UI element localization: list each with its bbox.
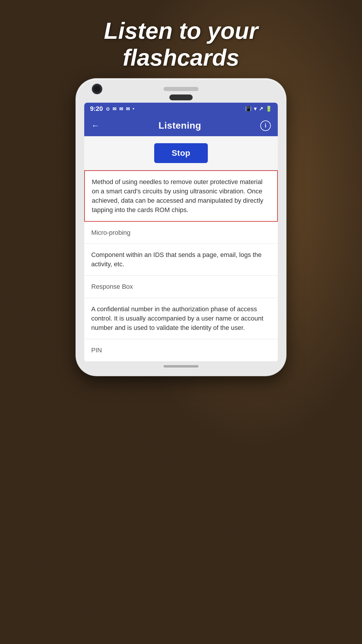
info-icon: i xyxy=(265,122,266,129)
status-icon-mail2: ✉ xyxy=(119,106,123,112)
status-icon-dot: • xyxy=(133,106,134,111)
status-time: 9:20 xyxy=(90,105,103,113)
phone-camera xyxy=(93,85,101,93)
card-text-5: PIN xyxy=(91,346,102,354)
app-bar: ← Listening i xyxy=(84,115,278,136)
back-button[interactable]: ← xyxy=(91,121,99,130)
phone-frame: 9:20 ⊙ ✉ ✉ ✉ • 📳 ▾ ↗ 🔋 ← Listening xyxy=(76,79,286,376)
status-icon-mail1: ✉ xyxy=(113,106,116,112)
phone-speaker xyxy=(164,87,198,91)
card-item-5: PIN xyxy=(84,339,278,362)
status-signal-icon: ↗ xyxy=(259,106,263,112)
card-text-4: A confidential number in the authorizati… xyxy=(91,305,263,331)
stop-area: Stop xyxy=(84,136,278,170)
phone-device: 9:20 ⊙ ✉ ✉ ✉ • 📳 ▾ ↗ 🔋 ← Listening xyxy=(76,79,286,376)
info-button[interactable]: i xyxy=(260,120,271,131)
card-item-2: Component within an IDS that sends a pag… xyxy=(84,244,278,276)
status-battery-icon: 🔋 xyxy=(266,106,272,112)
status-icon-mail3: ✉ xyxy=(126,106,130,112)
status-icon-circle: ⊙ xyxy=(106,106,110,112)
card-text-2: Component within an IDS that sends a pag… xyxy=(91,251,262,268)
status-bar: 9:20 ⊙ ✉ ✉ ✉ • 📳 ▾ ↗ 🔋 xyxy=(84,103,278,115)
card-list: Method of using needles to remove outer … xyxy=(84,170,278,362)
card-item-0: Method of using needles to remove outer … xyxy=(84,170,278,222)
home-indicator xyxy=(164,365,198,368)
status-vibrate-icon: 📳 xyxy=(245,106,252,112)
page-title: Listen to your flashcards xyxy=(0,18,362,71)
status-left: 9:20 ⊙ ✉ ✉ ✉ • xyxy=(90,105,134,113)
phone-bottom xyxy=(84,365,278,368)
card-item-3: Response Box xyxy=(84,276,278,298)
card-item-4: A confidential number in the authorizati… xyxy=(84,298,278,339)
app-bar-title: Listening xyxy=(159,120,201,131)
phone-earpiece xyxy=(169,94,193,100)
stop-button[interactable]: Stop xyxy=(154,143,208,163)
phone-screen: 9:20 ⊙ ✉ ✉ ✉ • 📳 ▾ ↗ 🔋 ← Listening xyxy=(84,103,278,362)
status-right: 📳 ▾ ↗ 🔋 xyxy=(245,106,272,112)
card-item-1: Micro-probing xyxy=(84,222,278,244)
card-text-0: Method of using needles to remove outer … xyxy=(92,178,263,214)
card-text-3: Response Box xyxy=(91,283,133,290)
card-text-1: Micro-probing xyxy=(91,229,131,236)
phone-top xyxy=(84,87,278,91)
status-wifi-icon: ▾ xyxy=(254,106,256,112)
